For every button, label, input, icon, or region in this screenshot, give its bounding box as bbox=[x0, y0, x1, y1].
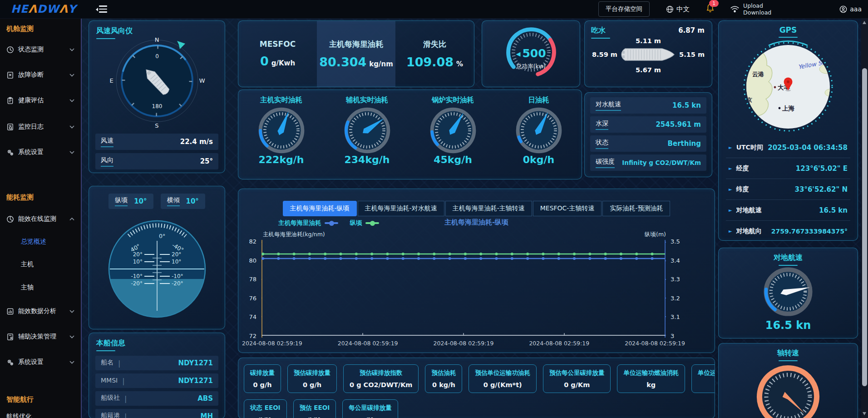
stat-carbon-emission: 碳排放量0 g/h bbox=[244, 364, 281, 393]
draft-panel: 吃水 6.87 m 5.11 m 8.59 m 5.15 m 5.67 m bbox=[584, 20, 712, 87]
stat-est-fuel: 预估油耗0 kg/h bbox=[425, 364, 462, 393]
sidebar-item-energy-online[interactable]: 能效在线监测 bbox=[6, 215, 78, 223]
chart-svg bbox=[261, 240, 666, 338]
compass-180: 180 bbox=[152, 103, 162, 109]
chevron-down-icon bbox=[69, 335, 74, 338]
gauge-boiler: 锅炉实时油耗 45kg/h bbox=[410, 90, 496, 179]
yaxis-left-ticks: 82 80 78 76 74 72 bbox=[244, 239, 256, 339]
sidebar-item-main-shaft[interactable]: 主轴 bbox=[21, 284, 34, 292]
depth-row: 水深 2545.961 m bbox=[590, 116, 706, 133]
wind-compass: 0 180 N E W S bbox=[113, 37, 202, 126]
sog-row: ► 对地航速 16.5 kn bbox=[726, 200, 850, 221]
wind-direction-label: 风向 bbox=[101, 156, 113, 167]
bar-chart-icon bbox=[6, 308, 14, 315]
sidebar-item-system-settings-2[interactable]: 系统设置 bbox=[6, 358, 78, 366]
stat-est-eeoi: 预估 EEOIg/t/Km bbox=[293, 399, 336, 418]
ship-name-row: 船名| NDY1271 bbox=[95, 356, 218, 370]
total-power-panel: ◀500 总功率(kw) bbox=[482, 20, 580, 87]
kpi-slip-ratio-label: 滑失比 bbox=[423, 39, 446, 50]
triangle-icon: ► bbox=[729, 166, 732, 171]
tab-fuel-trim[interactable]: 主机每海里油耗-纵顷 bbox=[283, 201, 357, 216]
tab-mesfoc-shaft[interactable]: MESFOC-主轴转速 bbox=[533, 201, 602, 216]
scroll-down-icon[interactable] bbox=[863, 412, 866, 415]
globe-icon bbox=[666, 5, 674, 13]
chart-plot-area bbox=[261, 240, 666, 338]
chevron-down-icon bbox=[69, 74, 74, 77]
carbon-intensity-row: 碳强度 Infinity g CO2/DWT/Km bbox=[590, 154, 706, 171]
sidebar-item-energy-analysis[interactable]: 能效数据分析 bbox=[6, 307, 78, 315]
sog-gauge-panel: 对地航速 16.5 kn bbox=[718, 248, 858, 338]
compass-0: 0 bbox=[155, 53, 159, 60]
fuel-gauges-panel: 主机实时油耗 222kg/h 辅机实时油耗 bbox=[238, 90, 582, 179]
chevron-down-icon bbox=[69, 99, 74, 102]
yaxis-right-ticks: 3.5 3.4 3.3 3.2 3.1 3 bbox=[671, 239, 684, 339]
ship-info-title: 本船信息 bbox=[96, 338, 225, 351]
log-search-icon bbox=[6, 123, 14, 131]
gauge-boiler-value: 45kg/h bbox=[434, 154, 472, 165]
stat-unit-transport-carbon: 单位运输功碳排放kg bbox=[691, 364, 715, 393]
total-power-label: 总功率(kw) bbox=[482, 63, 580, 70]
depth-label: 水深 bbox=[596, 119, 608, 130]
notification-bell[interactable]: 1 bbox=[706, 4, 715, 15]
sidebar-item-fault-diagnosis[interactable]: 故障诊断 bbox=[6, 71, 78, 79]
sidebar-item-system-settings-1[interactable]: 系统设置 bbox=[6, 148, 78, 156]
class-society-row: 船级社| ABS bbox=[95, 391, 218, 406]
sidebar-item-decision-support[interactable]: 辅助决策管理 bbox=[6, 333, 78, 341]
tab-actual-predicted[interactable]: 实际油耗-预测油耗 bbox=[602, 201, 670, 216]
chart-tabs: 主机每海里油耗-纵顷 主机每海里油耗-对水航速 主机每海里油耗-主轴转速 MES… bbox=[238, 201, 715, 216]
kpi-mesfoc: MESFOC 0g/Kwh bbox=[238, 21, 317, 87]
language-switch[interactable]: 中文 bbox=[666, 5, 690, 14]
triangle-icon: ► bbox=[729, 208, 732, 213]
wind-panel: 风速风向仪 bbox=[89, 20, 225, 173]
scroll-up-icon[interactable] bbox=[863, 21, 866, 24]
gauge-daily-fuel-value: 0kg/h bbox=[523, 154, 554, 165]
heel-chip: 横倾 10° bbox=[161, 194, 205, 209]
ship-topview-icon bbox=[621, 47, 676, 62]
mmsi-value: NDY1271 bbox=[178, 377, 213, 385]
nav-info-panel: 对水航速 16.5 kn 水深 2545.961 m 状态 Berthing 碳… bbox=[584, 92, 712, 177]
sidebar-item-overview[interactable]: 总览概述 bbox=[21, 238, 46, 246]
cog-label: 对地航向 bbox=[736, 227, 762, 235]
longitude-value: 123°6'5.02" E bbox=[796, 164, 848, 173]
gauge-dial bbox=[428, 107, 478, 154]
cog-row: ► 对地航向 2759.767333984375° bbox=[726, 221, 850, 241]
stw-label: 对水航速 bbox=[596, 100, 621, 111]
latitude-label: 纬度 bbox=[736, 185, 749, 194]
gps-map[interactable]: Yellow Sea 云港 大丰 京 上海 bbox=[740, 39, 836, 134]
sidebar-item-health-assessment[interactable]: 健康评估 bbox=[6, 96, 78, 104]
carbon-intensity-value: Infinity g CO2/DWT/Km bbox=[622, 159, 701, 166]
language-label: 中文 bbox=[676, 5, 690, 14]
sidebar-item-monitor-log[interactable]: 监控日志 bbox=[6, 123, 78, 131]
trim-chip: 纵顷 10° bbox=[108, 194, 153, 209]
draft-left: 8.59 m bbox=[592, 51, 617, 58]
gauge-aux-engine-value: 234kg/h bbox=[345, 154, 390, 165]
svg-text:20°: 20° bbox=[172, 251, 181, 258]
stw-row: 对水航速 16.5 kn bbox=[590, 97, 706, 114]
doc-person-icon bbox=[6, 333, 14, 341]
upload-download-menu[interactable]: Upload Download bbox=[730, 2, 771, 16]
latitude-row: ► 纬度 33°6'52.62" N bbox=[726, 179, 850, 200]
stat-est-carbon-emission: 预估碳排放量0 g/h bbox=[287, 364, 337, 393]
compass-w: W bbox=[199, 77, 205, 84]
tab-fuel-shaft[interactable]: 主机每海里油耗-主轴转速 bbox=[445, 201, 532, 216]
total-power-value-row: ◀500 bbox=[482, 47, 580, 60]
sidebar-item-status-monitor[interactable]: 状态监测 bbox=[6, 45, 78, 54]
mmsi-row: MMSI| NDY1271 bbox=[95, 373, 218, 388]
compass-dial: 0 180 bbox=[113, 37, 202, 126]
sog-gauge-value: 16.5 kn bbox=[719, 319, 858, 332]
tab-fuel-stw[interactable]: 主机每海里油耗-对水航速 bbox=[358, 201, 444, 216]
scrollbar-thumb[interactable] bbox=[862, 68, 867, 386]
sidebar-item-route-optimization[interactable]: 航线优化 bbox=[6, 413, 78, 418]
kpi-fuel-per-nm-label: 主机每海里油耗 bbox=[329, 39, 383, 50]
cog-value: 2759.767333984375° bbox=[771, 228, 848, 235]
platform-storage-button[interactable]: 平台存储空间 bbox=[598, 1, 650, 17]
kpi-mesfoc-label: MESFOC bbox=[260, 40, 296, 49]
sidebar-collapse-icon[interactable] bbox=[97, 5, 107, 13]
sidebar-item-main-engine[interactable]: 主机 bbox=[21, 260, 34, 269]
page-scrollbar[interactable] bbox=[861, 18, 868, 418]
stat-unit-transport-fuel: 单位运输功燃油消耗kg bbox=[617, 364, 685, 393]
gps-rows: ► UTC时间 2025-03-04 06:34:58 ► 经度 123°6'5… bbox=[726, 137, 850, 241]
draft-upper: 5.11 m bbox=[585, 37, 712, 45]
user-menu[interactable]: aaa bbox=[839, 5, 862, 13]
status-label: 状态 bbox=[596, 139, 608, 149]
